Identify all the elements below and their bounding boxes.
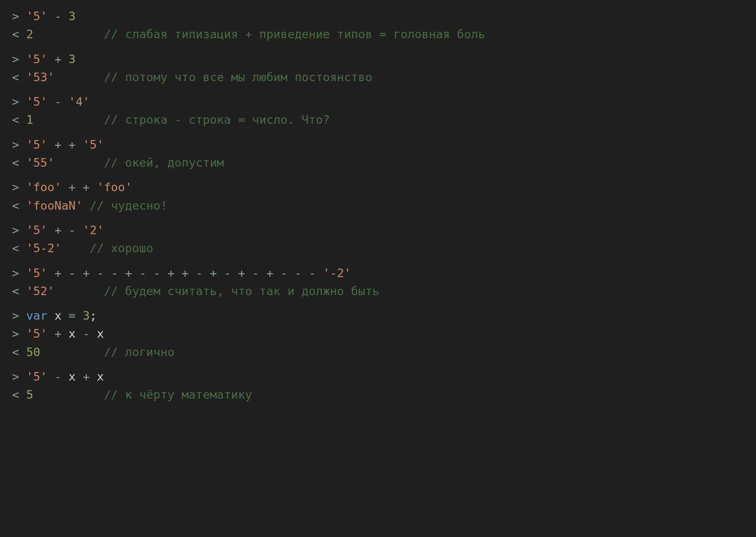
code-token: '5-2' bbox=[26, 241, 61, 255]
code-token: - bbox=[196, 266, 202, 280]
input-prompt: > bbox=[12, 138, 19, 151]
code-token: - bbox=[55, 95, 61, 108]
console-input-line: > '5' + + '5' bbox=[12, 139, 744, 150]
code-token: ; bbox=[90, 309, 97, 322]
code-token: - bbox=[252, 266, 259, 280]
code-token: '53' bbox=[26, 70, 55, 84]
code-token: + bbox=[55, 327, 61, 340]
input-prompt: > bbox=[12, 180, 19, 194]
console-output-line: < '53' // потому что все мы любим постоя… bbox=[12, 71, 744, 83]
code-token: x bbox=[97, 327, 104, 340]
code-token: x bbox=[69, 327, 76, 340]
output-prompt: < bbox=[12, 345, 19, 359]
code-token: - bbox=[55, 9, 61, 23]
group-separator bbox=[12, 132, 744, 139]
code-token: - bbox=[309, 266, 315, 280]
output-prompt: < bbox=[12, 241, 19, 255]
code-token: - bbox=[281, 266, 288, 280]
code-comment: // чудесно! bbox=[90, 199, 168, 212]
code-token: + bbox=[238, 266, 245, 280]
console-input-line: > '5' + x - x bbox=[12, 328, 744, 339]
code-token: '5' bbox=[26, 370, 47, 383]
code-token: + bbox=[55, 52, 61, 66]
console-output-line: < '5-2' // хорошо bbox=[12, 242, 744, 254]
console-input-line: > '5' + 3 bbox=[12, 53, 744, 65]
code-comment: // слабая типизация + приведение типов =… bbox=[104, 27, 485, 41]
console-input-line: > '5' - x + x bbox=[12, 371, 744, 382]
code-token: 'foo' bbox=[97, 180, 132, 194]
code-token: - bbox=[224, 266, 231, 280]
code-token: - bbox=[55, 370, 61, 383]
code-token: 5 bbox=[26, 388, 33, 401]
code-comment: // окей, допустим bbox=[104, 156, 224, 169]
code-token: - bbox=[69, 266, 76, 280]
console-output-line: < '52' // будем считать, что так и должн… bbox=[12, 285, 744, 297]
code-token: + bbox=[125, 266, 132, 280]
console-input-line: > 'foo' + + 'foo' bbox=[12, 181, 744, 193]
code-token: 2 bbox=[26, 27, 33, 41]
group-separator bbox=[12, 89, 744, 96]
input-prompt: > bbox=[12, 370, 19, 383]
code-token: '5' bbox=[26, 266, 47, 280]
output-prompt: < bbox=[12, 70, 19, 84]
input-prompt: > bbox=[12, 309, 19, 322]
output-prompt: < bbox=[12, 113, 19, 126]
console-output-line: < 2 // слабая типизация + приведение тип… bbox=[12, 28, 744, 40]
code-token: '5' bbox=[83, 138, 104, 151]
code-token: + bbox=[266, 266, 273, 280]
console-output-line: < '55' // окей, допустим bbox=[12, 157, 744, 168]
output-prompt: < bbox=[12, 388, 19, 401]
code-token: 'fooNaN' bbox=[26, 199, 83, 212]
code-token: x bbox=[97, 370, 104, 383]
group-separator bbox=[12, 47, 744, 53]
code-comment: // логично bbox=[104, 345, 174, 359]
console-output-line: < 5 // к чёрту математику bbox=[12, 389, 744, 400]
code-token: '52' bbox=[26, 284, 55, 298]
code-comment: // к чёрту математику bbox=[104, 388, 252, 401]
input-prompt: > bbox=[12, 266, 19, 280]
input-prompt: > bbox=[12, 327, 19, 340]
output-prompt: < bbox=[12, 199, 19, 212]
code-token: + bbox=[168, 266, 174, 280]
console-input-line: > '5' + - '2' bbox=[12, 224, 744, 236]
code-token: '5' bbox=[26, 52, 47, 66]
code-token: 3 bbox=[83, 309, 89, 322]
code-token: 3 bbox=[69, 9, 76, 23]
console-input-line: > '5' + - + - - + - - + + - + - + - + - … bbox=[12, 267, 744, 279]
code-token: '5' bbox=[26, 9, 47, 23]
output-prompt: < bbox=[12, 156, 19, 169]
code-token: x bbox=[69, 370, 76, 383]
code-token: + bbox=[83, 180, 89, 194]
output-prompt: < bbox=[12, 27, 19, 41]
code-token: '2' bbox=[83, 223, 104, 237]
output-prompt: < bbox=[12, 284, 19, 298]
code-token: + bbox=[210, 266, 217, 280]
code-token: + bbox=[55, 266, 61, 280]
console-output-line: < 'fooNaN' // чудесно! bbox=[12, 200, 744, 211]
code-token: '55' bbox=[26, 156, 55, 169]
input-prompt: > bbox=[12, 52, 19, 66]
console-input-line: > '5' - 3 bbox=[12, 10, 744, 22]
code-token: - bbox=[83, 327, 89, 340]
code-token: - bbox=[69, 223, 76, 237]
group-separator bbox=[12, 303, 744, 310]
code-token: '5' bbox=[26, 223, 47, 237]
code-token: - bbox=[97, 266, 104, 280]
code-comment: // потому что все мы любим постоянство bbox=[104, 70, 373, 84]
code-token: + bbox=[55, 138, 61, 151]
input-prompt: > bbox=[12, 95, 19, 108]
code-token: + bbox=[83, 266, 89, 280]
input-prompt: > bbox=[12, 223, 19, 237]
console-input-line: > var x = 3; bbox=[12, 310, 744, 321]
console-output-line: < 50 // логично bbox=[12, 346, 744, 358]
code-token: - bbox=[153, 266, 160, 280]
code-comment: // строка - строка = число. Что? bbox=[104, 113, 330, 126]
code-comment: // будем считать, что так и должно быть bbox=[104, 284, 380, 298]
code-token: - bbox=[139, 266, 146, 280]
code-token: '4' bbox=[69, 95, 90, 108]
code-token: - bbox=[111, 266, 118, 280]
code-token: = bbox=[69, 309, 76, 322]
code-token: '5' bbox=[26, 138, 47, 151]
console-output-line: < 1 // строка - строка = число. Что? bbox=[12, 114, 744, 125]
code-token: + bbox=[68, 180, 75, 194]
